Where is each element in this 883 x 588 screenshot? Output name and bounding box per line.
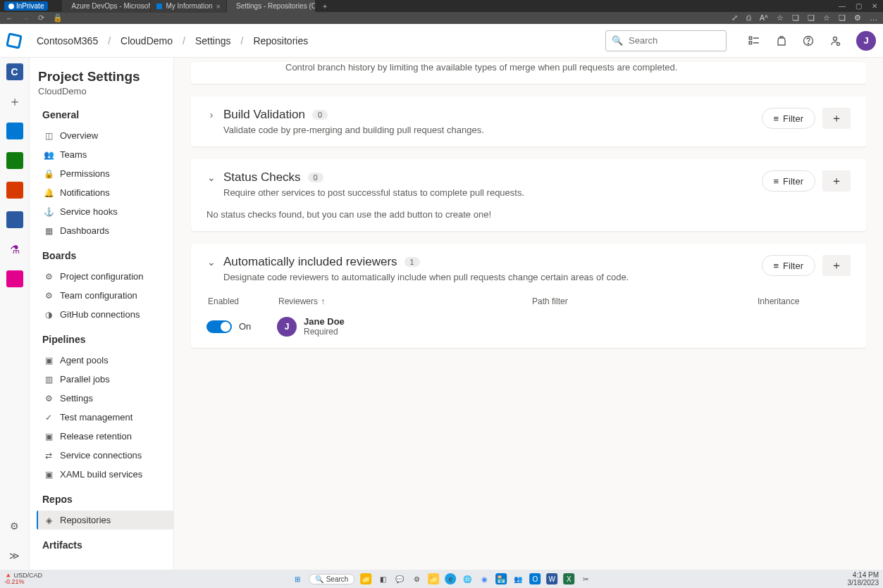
sidebar-item-servicehooks[interactable]: ⚓Service hooks <box>38 202 173 221</box>
tb-app-icon[interactable]: 🏪 <box>495 573 507 584</box>
breadcrumb-project[interactable]: CloudDemo <box>121 35 173 46</box>
window-close-icon[interactable]: ✕ <box>872 2 877 10</box>
sidebar-item-github[interactable]: ◑GitHub connections <box>38 305 173 324</box>
rail-add-icon[interactable]: ＋ <box>6 93 23 110</box>
user-settings-icon[interactable] <box>829 35 841 46</box>
rail-settings-icon[interactable]: ⚙ <box>6 518 23 534</box>
sidebar-item-projectconfig[interactable]: ⚙Project configuration <box>38 267 173 286</box>
status-filter-button[interactable]: ≡Filter <box>762 170 815 192</box>
sidebar-item-releaseretention[interactable]: ▣Release retention <box>38 427 173 446</box>
reviewers-filter-button[interactable]: ≡Filter <box>762 255 815 276</box>
status-add-button[interactable]: ＋ <box>822 170 851 192</box>
tb-app-icon[interactable]: ✂ <box>580 573 591 584</box>
rail-overview-icon[interactable] <box>6 123 23 139</box>
status-desc: Require other services to post successfu… <box>223 187 524 198</box>
sidebar-item-agentpools[interactable]: ▣Agent pools <box>38 351 173 370</box>
sidebar-item-paralleljobs[interactable]: ▥Parallel jobs <box>38 370 173 389</box>
svg-rect-0 <box>749 37 751 39</box>
tb-app-icon[interactable]: W <box>546 573 557 584</box>
tb-app-icon[interactable]: 💬 <box>394 573 405 584</box>
tb-app-icon[interactable]: 📁 <box>428 573 439 584</box>
sidebar-item-repositories[interactable]: ◈Repositories <box>37 511 173 530</box>
browser-tab-1[interactable]: My Information× <box>151 0 226 13</box>
chevron-down-icon[interactable]: ⌄ <box>206 256 216 268</box>
window-maximize-icon[interactable]: ▢ <box>856 2 862 10</box>
tb-app-icon[interactable]: ⚙ <box>411 573 422 584</box>
addr-icon[interactable]: ❏ <box>839 13 846 23</box>
addr-icon[interactable]: Aᴬ <box>760 13 768 23</box>
azure-devops-logo-icon[interactable] <box>6 32 23 49</box>
back-icon[interactable]: ← <box>6 14 13 23</box>
addr-icon[interactable]: ⤢ <box>731 13 738 23</box>
tb-app-icon[interactable]: ◉ <box>478 573 490 584</box>
work-items-icon[interactable] <box>748 35 760 47</box>
tb-app-icon[interactable]: e <box>445 573 456 584</box>
sidebar-item-teams[interactable]: 👥Teams <box>38 145 173 164</box>
taskbar-clock[interactable]: 4:14 PM 3/18/2023 <box>848 571 879 587</box>
svg-point-7 <box>837 42 840 45</box>
reviewer-row[interactable]: On J Jane Doe Required <box>206 316 851 337</box>
addr-icon[interactable]: ☆ <box>823 13 830 23</box>
search-box[interactable]: 🔍 <box>605 30 727 51</box>
reviewers-title: Automatically included reviewers <box>223 255 397 269</box>
col-inheritance[interactable]: Inheritance <box>758 296 849 306</box>
breadcrumb-org[interactable]: ContosoM365 <box>37 35 98 46</box>
help-icon[interactable] <box>803 35 814 46</box>
rail-artifacts-icon[interactable] <box>6 270 23 287</box>
sidebar-item-teamconfig[interactable]: ⚙Team configuration <box>38 286 173 305</box>
addr-icon[interactable]: ⚙ <box>854 13 861 23</box>
addr-icon[interactable]: ❏ <box>792 13 799 23</box>
tb-app-icon[interactable]: O <box>529 573 541 584</box>
breadcrumb-sep: / <box>240 35 243 46</box>
col-path[interactable]: Path filter <box>532 296 758 306</box>
rail-repos-icon[interactable] <box>6 182 23 199</box>
addr-icon[interactable]: … <box>870 13 877 23</box>
marketplace-icon[interactable] <box>776 35 787 46</box>
search-input[interactable] <box>629 35 713 46</box>
browser-tab-2[interactable]: Settings - Repositories (CloudD…× <box>227 0 315 13</box>
user-avatar[interactable]: J <box>856 31 876 51</box>
reviewers-add-button[interactable]: ＋ <box>822 255 851 276</box>
refresh-icon[interactable]: ⟳ <box>38 13 44 23</box>
browser-address-bar[interactable]: ← → ⟳ 🔒 ⤢ ⎙ Aᴬ ☆ ❏ ❏ ☆ ❏ ⚙ … <box>0 12 883 24</box>
sidebar-item-dashboards[interactable]: ▦Dashboards <box>38 221 173 240</box>
new-tab-button[interactable]: ＋ <box>316 0 334 13</box>
build-filter-button[interactable]: ≡Filter <box>762 108 815 129</box>
rail-testplans-icon[interactable]: ⚗ <box>6 241 23 258</box>
start-icon[interactable]: ⊞ <box>292 573 303 584</box>
sidebar-item-serviceconn[interactable]: ⇄Service connections <box>38 446 173 465</box>
sidebar-item-permissions[interactable]: 🔒Permissions <box>38 164 173 183</box>
sidebar-item-testmgmt[interactable]: ✓Test management <box>38 408 173 427</box>
addr-icon[interactable]: ⎙ <box>746 13 751 23</box>
sidebar-item-overview[interactable]: ◫Overview <box>38 126 173 145</box>
addr-icon[interactable]: ☆ <box>777 13 784 23</box>
enabled-toggle[interactable] <box>206 320 232 333</box>
addr-icon[interactable]: ❏ <box>808 13 815 23</box>
sidebar-item-xaml[interactable]: ▣XAML build services <box>38 465 173 484</box>
tb-app-icon[interactable]: ◧ <box>377 573 388 584</box>
rail-boards-icon[interactable] <box>6 152 23 169</box>
tb-app-icon[interactable]: 📁 <box>360 573 371 584</box>
rail-collapse-icon[interactable]: ≫ <box>6 547 23 564</box>
window-minimize-icon[interactable]: — <box>839 2 846 10</box>
chevron-right-icon[interactable]: › <box>206 109 216 120</box>
tb-app-icon[interactable]: 🌐 <box>462 573 473 584</box>
tb-app-icon[interactable]: 👥 <box>512 573 524 584</box>
reviewer-status: Required <box>304 327 345 337</box>
browser-tab-0[interactable]: Azure DevOps - Microsoft Azure× <box>62 0 150 13</box>
build-add-button[interactable]: ＋ <box>822 108 851 129</box>
chevron-down-icon[interactable]: ⌄ <box>206 172 216 183</box>
breadcrumb-page[interactable]: Repositories <box>253 35 308 46</box>
taskbar-search[interactable]: 🔍 Search <box>309 574 355 584</box>
taskbar-stock-widget[interactable]: 🔺 USD/CAD -0.21% <box>4 573 42 585</box>
tb-app-icon[interactable]: X <box>563 573 574 584</box>
col-reviewers[interactable]: Reviewers↑ <box>278 296 532 306</box>
sidebar-item-pipesettings[interactable]: ⚙Settings <box>38 389 173 408</box>
forward-icon[interactable]: → <box>22 14 30 23</box>
col-enabled[interactable]: Enabled <box>208 296 278 306</box>
rail-project-icon[interactable]: C <box>6 63 23 80</box>
sidebar-item-notifications[interactable]: 🔔Notifications <box>38 183 173 202</box>
lock-icon: 🔒 <box>53 13 63 23</box>
breadcrumb-settings[interactable]: Settings <box>195 35 231 46</box>
rail-pipelines-icon[interactable] <box>6 211 23 228</box>
